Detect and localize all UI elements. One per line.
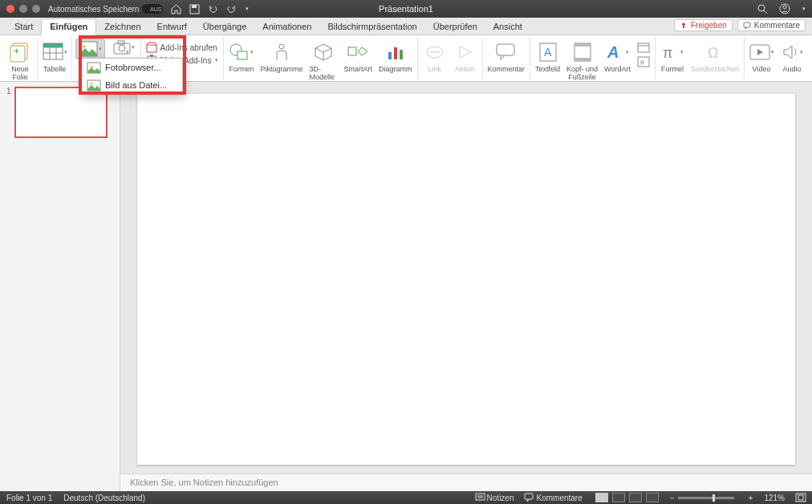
svg-text:#: # [640,59,644,67]
comments-button[interactable]: Kommentare [737,19,806,31]
table-button[interactable]: ▾ Tabelle [43,39,67,73]
shapes-button[interactable]: ▾Formen [229,39,254,73]
tab-entwurf[interactable]: Entwurf [149,19,195,35]
svg-rect-31 [400,50,403,59]
headerfooter-icon [574,43,591,62]
tab-uebergaenge[interactable]: Übergänge [195,19,254,35]
svg-text:+: + [14,46,19,57]
video-label: Video [753,65,771,73]
video-button[interactable]: ▾Video [749,39,773,73]
tab-ueberpruefen[interactable]: Überprüfen [425,19,485,35]
svg-rect-30 [394,47,397,59]
date-icon[interactable] [637,42,650,53]
tab-animationen[interactable]: Animationen [254,19,319,35]
svg-rect-24 [150,55,153,57]
icons-button[interactable]: Piktogramme [260,39,302,73]
tab-zeichnen[interactable]: Zeichnen [96,19,148,35]
autosave-switch-icon[interactable]: AUS [142,4,163,14]
store-icon [146,42,157,53]
action-icon [457,43,474,61]
fotobrowser-item[interactable]: Fotobrowser... [81,59,182,76]
autosave-label: Automatisches Speichern [48,5,139,14]
comment-button[interactable]: Kommentar [488,39,526,73]
undo-icon[interactable] [208,4,218,14]
notes-placeholder: Klicken Sie, um Notizen hinzuzufügen [130,478,278,487]
share-label: Freigeben [691,21,727,30]
svg-rect-1 [192,5,197,8]
titlebar-right: ▾ [757,3,806,14]
notes-pane[interactable]: Klicken Sie, um Notizen hinzuzufügen [120,474,812,491]
zoom-window-icon[interactable] [32,5,40,13]
notes-icon [476,494,485,502]
slide-editor[interactable] [120,82,812,474]
fit-to-window-button[interactable] [796,494,806,502]
zoom-slider[interactable] [678,497,734,499]
chart-button[interactable]: Diagramm [379,39,412,73]
zoom-percentage[interactable]: 121% [764,494,785,502]
group-table: ▾ Tabelle [38,37,72,79]
slide-number-icon[interactable]: # [637,56,650,67]
headerfooter-button[interactable]: Kopf- und Fußzeile [566,39,598,81]
zoom-out-button[interactable]: − [670,494,675,502]
work-area: 1 Klicken Sie, um Notizen hinzuzufügen [0,82,812,491]
wordart-icon: A [606,43,625,62]
smartart-button[interactable]: SmartArt [343,39,372,73]
screenshot-button[interactable]: + ▾ [112,39,136,56]
bild-aus-datei-label: Bild aus Datei... [105,80,167,90]
equation-button[interactable]: π▾Formel [660,39,684,73]
new-comment-icon [496,43,517,61]
svg-point-50 [91,82,93,84]
search-icon[interactable] [757,3,768,14]
sorter-view-button[interactable] [612,493,625,502]
close-window-icon[interactable] [6,5,14,13]
reading-view-button[interactable] [629,493,642,502]
smartart-icon [347,43,368,62]
pictures-dropdown: Fotobrowser... Bild aus Datei... [80,58,183,95]
tab-einfuegen[interactable]: Einfügen [41,18,96,35]
photo-browser-icon [87,63,100,73]
models-button[interactable]: 3D-Modelle [309,39,337,81]
comments-toggle[interactable]: Kommentare [525,494,582,502]
pictogram-icon [272,43,291,62]
picture-from-file-icon [87,80,100,91]
svg-point-2 [758,5,765,11]
fit-icon [796,494,806,502]
new-slide-button[interactable]: + Neue Folie [8,39,32,81]
group-media: ▾Video ▾Audio [745,37,809,79]
slideshow-view-button[interactable] [646,493,659,502]
tab-bildschirmpraesentation[interactable]: Bildschirmpräsentation [319,19,424,35]
svg-rect-37 [574,43,591,47]
redo-icon[interactable] [226,4,237,14]
svg-text:Ω: Ω [708,45,718,61]
autosave-state: AUS [150,6,161,12]
svg-point-27 [279,44,284,49]
qat-dropdown-icon[interactable]: ▾ [246,6,249,12]
thumbnail-number: 1 [6,87,11,138]
home-icon[interactable] [171,4,181,14]
account-dropdown-icon[interactable]: ▾ [802,6,806,12]
symbol-icon: Ω [705,43,725,62]
textbox-button[interactable]: ATextfeld [535,39,560,73]
notes-toggle[interactable]: Notizen [476,494,514,502]
save-icon[interactable] [189,4,200,14]
minimize-window-icon[interactable] [19,5,27,13]
canvas-area: Klicken Sie, um Notizen hinzuzufügen [120,82,812,491]
share-button[interactable]: Freigeben [674,19,733,31]
bild-aus-datei-item[interactable]: Bild aus Datei... [81,76,182,94]
zoom-in-button[interactable]: + [749,494,753,502]
svg-text:π: π [663,45,672,61]
slide-canvas[interactable] [137,94,795,465]
language-indicator[interactable]: Deutsch (Deutschland) [63,494,145,502]
normal-view-button[interactable] [595,493,608,502]
equation-label: Formel [661,65,684,73]
get-addins-button[interactable]: Add-Ins abrufen [146,42,219,53]
account-icon[interactable] [779,3,790,14]
tab-start[interactable]: Start [6,19,41,35]
autosave-toggle[interactable]: Automatisches Speichern AUS [48,4,163,14]
audio-button[interactable]: ▾Audio [780,39,804,73]
models-label: 3D-Modelle [309,65,337,81]
wordart-button[interactable]: A▾WordArt [604,39,631,73]
pictures-button[interactable]: ▾ [75,39,105,59]
tab-ansicht[interactable]: Ansicht [485,19,530,35]
new-slide-icon: + [10,42,30,63]
